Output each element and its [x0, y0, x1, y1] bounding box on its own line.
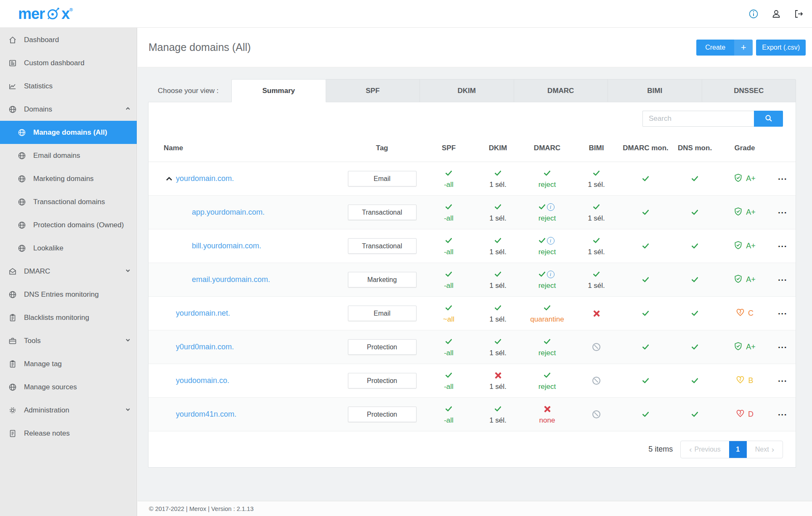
dmarc-value: quarantine	[530, 315, 564, 324]
page-title: Manage domains (All)	[149, 41, 696, 53]
previous-page-button[interactable]: ‹Previous	[681, 441, 729, 458]
column-header-dns-mon: DNS mon.	[670, 144, 719, 153]
dkim-value: 1 sél.	[489, 282, 507, 290]
sidebar-item-statistics[interactable]: Statistics	[0, 74, 137, 98]
sidebar-item-custom-dashboard[interactable]: Custom dashboard	[0, 51, 137, 74]
column-header-bimi: BIMI	[572, 144, 621, 153]
sidebar-item-manage-sources[interactable]: Manage sources	[0, 375, 137, 399]
info-icon[interactable]: i	[547, 237, 555, 245]
status-check-icon	[445, 303, 452, 311]
domain-link[interactable]: bill.yourdomain.com.	[192, 242, 261, 250]
sidebar-item-domains[interactable]: Domains	[0, 98, 137, 121]
content-area: Choose your view : Summary SPF DKIM DMAR…	[138, 67, 812, 501]
export-csv-button[interactable]: Export (.csv)	[756, 40, 806, 56]
status-check-icon	[544, 371, 551, 378]
domain-link[interactable]: app.yourdomain.com.	[192, 208, 265, 217]
dkim-value: 1 sél.	[489, 349, 507, 357]
sidebar-item-dmarc[interactable]: DMARC	[0, 260, 137, 283]
row-actions-button[interactable]: ...	[778, 377, 787, 384]
grade-letter: A+	[746, 242, 756, 250]
info-icon[interactable]	[748, 8, 759, 19]
current-page-button[interactable]: 1	[729, 441, 747, 458]
table-row: youdoomain.co. Protection -all 1 sél. re…	[149, 364, 796, 398]
sidebar-item-marketing-domains[interactable]: Marketing domains	[0, 167, 137, 190]
tag-badge: Transactional	[348, 238, 417, 254]
blocked-icon	[592, 343, 600, 351]
sidebar-item-manage-tag[interactable]: Manage tag	[0, 352, 137, 375]
user-account-icon[interactable]	[771, 8, 782, 19]
status-check-icon	[593, 169, 600, 176]
row-actions-button[interactable]: ...	[778, 343, 787, 350]
column-header-name: Name	[149, 144, 340, 152]
domain-link[interactable]: yourdom41n.com.	[176, 410, 236, 419]
sidebar-item-administration[interactable]: Administration	[0, 399, 137, 422]
sidebar-item-tools[interactable]: Tools	[0, 329, 137, 352]
registered-mark: ®	[69, 7, 72, 12]
status-check-icon	[593, 202, 600, 210]
spf-value: -all	[444, 416, 454, 425]
row-actions-button[interactable]: ...	[778, 411, 787, 418]
copyright-text: © 2017-2022 | Merox | Version : 2.1.13	[149, 505, 254, 512]
domain-link[interactable]: yourdomain.net.	[176, 309, 230, 318]
status-check-icon	[544, 169, 551, 176]
tab-spf[interactable]: SPF	[326, 79, 420, 102]
tab-dmarc[interactable]: DMARC	[514, 79, 608, 102]
row-actions-button[interactable]: ...	[778, 276, 787, 283]
row-actions-button[interactable]: ...	[778, 175, 787, 182]
tab-dkim[interactable]: DKIM	[420, 79, 514, 102]
mail-open-icon	[8, 267, 17, 276]
globe-icon	[17, 174, 26, 183]
tab-bimi[interactable]: BIMI	[608, 79, 702, 102]
status-check-icon	[445, 270, 452, 277]
grade-letter: C	[748, 309, 754, 318]
plus-icon: +	[734, 40, 753, 56]
domain-link[interactable]: email.yourdomain.com.	[192, 275, 270, 284]
create-button[interactable]: Create +	[696, 40, 753, 56]
collapse-chevron-icon[interactable]	[165, 176, 173, 182]
logo-orbit-icon	[45, 6, 61, 21]
pagination-row: 5 items ‹Previous 1 Next›	[149, 431, 796, 467]
status-check-icon	[642, 208, 649, 215]
sidebar-item-manage-domains-all[interactable]: Manage domains (All)	[0, 121, 137, 144]
row-actions-button[interactable]: ...	[778, 310, 787, 317]
sidebar-item-email-domains[interactable]: Email domains	[0, 144, 137, 167]
dkim-value: 1 sél.	[489, 315, 507, 324]
status-check-icon	[445, 371, 452, 378]
row-actions-button[interactable]: ...	[778, 242, 787, 249]
tag-badge: Email	[348, 171, 417, 186]
info-icon[interactable]: i	[547, 203, 555, 211]
table-row: yourdomain.com. Email -all 1 sél. reject…	[149, 162, 796, 196]
globe-icon	[8, 290, 17, 299]
dmarc-value: reject	[539, 282, 556, 290]
search-input[interactable]	[642, 111, 754, 127]
topbar: mer x ®	[0, 0, 812, 28]
info-icon[interactable]: i	[547, 271, 555, 278]
sidebar-item-dns-entries-monitoring[interactable]: DNS Entries monitoring	[0, 283, 137, 306]
tab-summary[interactable]: Summary	[231, 79, 326, 102]
tab-dnssec[interactable]: DNSSEC	[702, 79, 796, 102]
broken-heart-icon	[736, 409, 745, 420]
sidebar-item-protection-domains[interactable]: Protection domains (Owned)	[0, 213, 137, 237]
tag-badge: Protection	[348, 407, 417, 422]
sidebar-item-blacklists-monitoring[interactable]: Blacklists monitoring	[0, 306, 137, 329]
page-header: Manage domains (All) Create + Export (.c…	[138, 28, 812, 67]
spf-value: -all	[444, 248, 454, 256]
sidebar-item-lookalike[interactable]: Lookalike	[0, 237, 137, 260]
domain-link[interactable]: yourdomain.com.	[176, 174, 234, 183]
status-check-icon	[642, 376, 649, 383]
merox-logo[interactable]: mer x ®	[18, 6, 72, 21]
grade-letter: A+	[746, 208, 756, 217]
logout-icon[interactable]	[793, 8, 804, 19]
tag-badge: Marketing	[348, 272, 417, 287]
sidebar-item-release-notes[interactable]: Release notes	[0, 422, 137, 445]
domain-link[interactable]: youdoomain.co.	[176, 376, 229, 385]
tag-badge: Email	[348, 306, 417, 321]
search-button[interactable]	[754, 111, 783, 127]
sidebar-item-dashboard[interactable]: Dashboard	[0, 28, 137, 51]
domain-link[interactable]: y0urd0main.com.	[176, 343, 234, 351]
sidebar-item-transactional-domains[interactable]: Transactional domains	[0, 190, 137, 213]
globe-icon	[8, 383, 17, 391]
items-count: 5 items	[648, 445, 673, 454]
next-page-button[interactable]: Next›	[747, 441, 783, 458]
row-actions-button[interactable]: ...	[778, 209, 787, 215]
